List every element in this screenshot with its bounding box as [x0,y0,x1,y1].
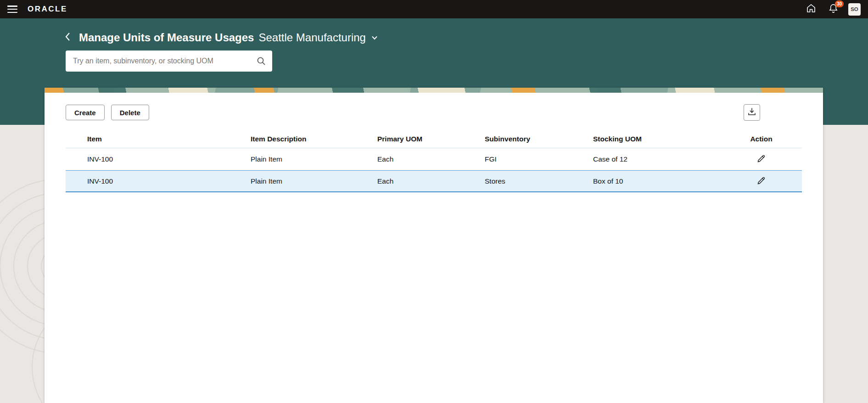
chevron-down-icon[interactable] [370,34,379,42]
column-header-item[interactable]: Item [66,135,251,143]
cell-primary-uom: Each [377,177,485,185]
column-header-stocking-uom[interactable]: Stocking UOM [593,135,721,143]
cell-item-description: Plain Item [251,155,377,163]
home-button[interactable] [804,2,818,16]
table-body: INV-100 Plain Item Each FGI Case of 12 I… [66,148,802,192]
cell-subinventory: Stores [485,177,593,185]
back-button[interactable] [62,31,74,44]
table-row[interactable]: INV-100 Plain Item Each Stores Box of 10 [66,170,802,192]
org-context-selector[interactable]: Seattle Manufacturing [258,31,365,44]
notification-count-badge: 30 [835,0,844,7]
cell-item: INV-100 [66,155,251,163]
decorative-banner [45,88,823,93]
column-header-primary-uom[interactable]: Primary UOM [377,135,485,143]
content-card: Create Delete Item Item Description Prim… [45,88,823,403]
pencil-icon [756,176,766,187]
uom-usages-table: Item Item Description Primary UOM Subinv… [66,130,802,192]
cell-subinventory: FGI [485,155,593,163]
chevron-left-icon [64,31,72,44]
cell-item: INV-100 [66,177,251,185]
column-header-action: Action [721,135,802,143]
create-button[interactable]: Create [66,105,105,120]
cell-stocking-uom: Box of 10 [593,177,721,185]
hamburger-menu-icon[interactable] [7,6,17,13]
delete-button[interactable]: Delete [111,105,149,120]
download-icon [747,107,756,118]
edit-row-button[interactable] [755,152,768,166]
search-input[interactable] [66,50,272,72]
home-icon [806,3,817,16]
column-header-subinventory[interactable]: Subinventory [485,135,593,143]
user-avatar[interactable]: SO [848,3,861,16]
top-navigation-bar: ORACLE 30 SO [0,0,868,18]
cell-primary-uom: Each [377,155,485,163]
oracle-logo: ORACLE [28,5,67,14]
notifications-button[interactable]: 30 [826,2,840,16]
download-button[interactable] [744,104,760,121]
edit-row-button[interactable] [755,174,768,188]
cell-stocking-uom: Case of 12 [593,155,721,163]
cell-item-description: Plain Item [251,177,377,185]
page-title: Manage Units of Measure Usages [79,31,254,44]
table-toolbar: Create Delete [66,104,800,121]
table-row[interactable]: INV-100 Plain Item Each FGI Case of 12 [66,148,802,170]
table-header-row: Item Item Description Primary UOM Subinv… [66,130,802,148]
column-header-item-description[interactable]: Item Description [251,135,377,143]
search-icon[interactable] [256,56,266,68]
pencil-icon [756,154,766,165]
